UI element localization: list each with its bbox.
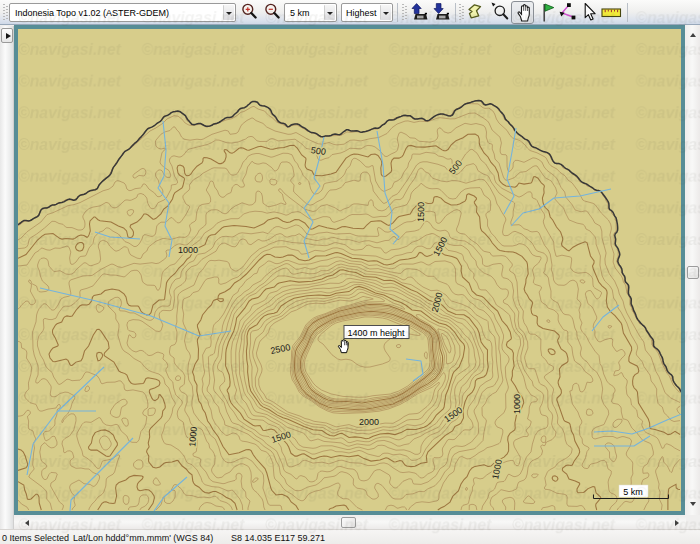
svg-text:1500: 1500 <box>270 429 292 445</box>
svg-text:2000: 2000 <box>359 417 379 427</box>
svg-text:1500: 1500 <box>431 235 449 257</box>
svg-text:1000: 1000 <box>490 459 504 481</box>
svg-text:500: 500 <box>310 145 326 157</box>
svg-text:2500: 2500 <box>270 342 292 356</box>
svg-text:1000: 1000 <box>512 394 522 414</box>
svg-text:1500: 1500 <box>416 202 426 222</box>
svg-text:1000: 1000 <box>178 245 198 255</box>
svg-text:5 km: 5 km <box>623 487 643 497</box>
svg-text:1000: 1000 <box>187 426 199 447</box>
svg-text:1400 m height: 1400 m height <box>347 328 405 338</box>
